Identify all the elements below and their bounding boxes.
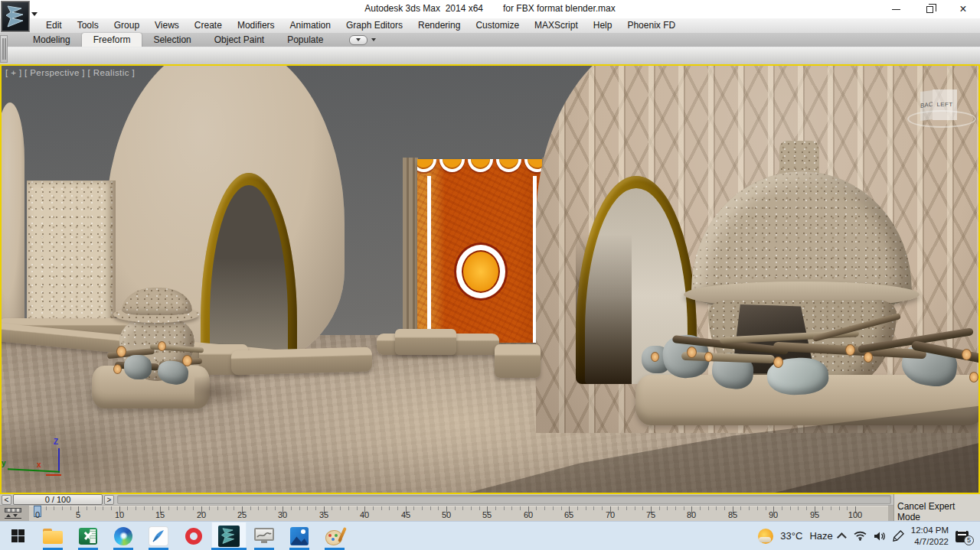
menu-maxscript[interactable]: MAXScript	[527, 18, 586, 33]
close-button[interactable]: ×	[946, 0, 980, 18]
start-button[interactable]	[0, 522, 35, 550]
scene-log-end	[864, 352, 873, 363]
scene-log-end	[182, 355, 192, 366]
taskbar-app-paint-3d[interactable]	[317, 522, 352, 550]
timeline-ruler[interactable]: 0 5 10 15 20 25 30 35 40 45 50 55 60 65 …	[29, 506, 888, 521]
tick-label: 80	[687, 510, 696, 519]
show-hidden-icons-chevron[interactable]	[837, 532, 847, 542]
minimize-button[interactable]	[879, 0, 913, 18]
scene-orange-door	[417, 159, 544, 343]
menu-views[interactable]: Views	[147, 18, 187, 33]
scene-stone-block	[27, 181, 116, 338]
menu-create[interactable]: Create	[187, 18, 230, 33]
excel-icon	[79, 528, 97, 545]
track-bar: 0 5 10 15 20 25 30 35 40 45 50 55 60 65 …	[0, 506, 893, 521]
file-explorer-icon	[43, 529, 63, 544]
taskbar-clock[interactable]: 12:04 PM 4/7/2022	[911, 525, 949, 547]
restore-icon	[926, 6, 933, 13]
bottom-bar: < 0 / 100 > 0 5 10 15 20 25 30 3	[0, 494, 980, 521]
ribbon-tab-populate[interactable]: Populate	[276, 33, 335, 47]
tick-label: 10	[115, 510, 124, 519]
previous-frame-button[interactable]: <	[2, 495, 11, 505]
taskbar-app-excel[interactable]	[70, 522, 106, 550]
title-bar: Autodesk 3ds Max 2014 x64for FBX format …	[0, 0, 980, 18]
tick-label: 30	[278, 510, 287, 519]
app-menu-button[interactable]	[1, 1, 30, 32]
3ds-max-taskbar-icon	[218, 526, 240, 547]
taskbar-app-opera[interactable]	[176, 522, 211, 550]
clock-date: 4/7/2022	[911, 536, 949, 547]
maximize-button[interactable]	[913, 0, 946, 18]
speaker-icon[interactable]	[874, 531, 886, 542]
menu-phoenix-fd[interactable]: Phoenix FD	[619, 18, 683, 33]
ribbon-tab-object-paint[interactable]: Object Paint	[203, 33, 276, 47]
ribbon-drag-handle[interactable]	[0, 35, 8, 63]
time-slider-handle[interactable]: 0 / 100	[13, 494, 103, 505]
world-axis-gizmo: Z y x	[2, 439, 72, 483]
windows-start-icon	[11, 529, 24, 542]
app-menu-dropdown-icon[interactable]	[31, 12, 38, 16]
scene-log-end	[704, 352, 713, 362]
ribbon-tab-freeform[interactable]: Freeform	[82, 33, 142, 47]
ribbon-options-dropdown-icon[interactable]	[371, 38, 376, 41]
mini-curve-editor-icon[interactable]	[5, 508, 22, 519]
tick-label: 20	[197, 510, 206, 519]
tick-label: 5	[76, 510, 80, 519]
scene-hut-left-edge	[2, 103, 24, 332]
edge-browser-icon	[114, 527, 132, 545]
tick-label: 55	[482, 510, 492, 519]
taskbar-app-3ds-max[interactable]	[211, 522, 247, 550]
axis-y-label: y	[2, 459, 6, 467]
tick-label: 40	[360, 510, 369, 519]
3ds-max-window: Autodesk 3ds Max 2014 x64for FBX format …	[0, 0, 980, 550]
weather-condition[interactable]: Haze	[809, 530, 832, 542]
taskbar-app-screen-capture[interactable]	[247, 522, 282, 550]
pen-icon[interactable]	[893, 530, 904, 542]
scene-log-end	[158, 341, 166, 351]
menu-bar: Edit Tools Group Views Create Modifiers …	[0, 18, 980, 33]
scene-log-end	[969, 372, 978, 382]
menu-tools[interactable]: Tools	[70, 18, 106, 33]
taskbar-app-photos[interactable]	[282, 522, 317, 550]
taskbar-app-edge[interactable]	[106, 522, 141, 550]
time-slider-track[interactable]	[117, 495, 891, 504]
weather-icon[interactable]	[758, 529, 773, 544]
ribbon-tab-selection[interactable]: Selection	[142, 33, 202, 47]
photos-app-icon	[290, 527, 309, 545]
scene-low-wall	[495, 344, 541, 378]
file-title: for FBX format blender.max	[503, 3, 616, 14]
axis-x-label: x	[37, 461, 41, 469]
menu-edit[interactable]: Edit	[38, 18, 70, 33]
menu-customize[interactable]: Customize	[468, 18, 527, 33]
menu-graph-editors[interactable]: Graph Editors	[338, 18, 410, 33]
viewcube-face-left[interactable]: LEFT	[933, 89, 957, 120]
3ds-max-logo-icon	[5, 5, 28, 29]
taskbar-app-file-explorer[interactable]	[35, 522, 70, 550]
menu-group[interactable]: Group	[106, 18, 147, 33]
menu-animation[interactable]: Animation	[283, 18, 338, 33]
menu-help[interactable]: Help	[586, 18, 620, 33]
wifi-icon[interactable]	[854, 531, 867, 541]
viewcube[interactable]: BACK LEFT	[920, 89, 965, 124]
weather-temperature[interactable]: 33°C	[780, 530, 802, 542]
opera-browser-icon	[185, 528, 202, 545]
taskbar-app-quill-notes[interactable]	[141, 522, 176, 550]
ribbon-minimize-button[interactable]	[349, 35, 368, 45]
scene-door-scallops	[417, 159, 544, 177]
tick-label: 45	[401, 510, 410, 519]
ribbon-collapsed-strip	[0, 47, 980, 64]
viewcube-face-back[interactable]: BACK	[920, 90, 933, 121]
viewport-label[interactable]: [ + ] [ Perspective ] [ Realistic ]	[5, 68, 135, 77]
perspective-viewport[interactable]: [ + ] [ Perspective ] [ Realistic ] BACK…	[0, 64, 980, 494]
scene-platform-left-shadow	[194, 375, 256, 408]
notification-count-badge: 5	[964, 535, 974, 545]
scene-door-emblem	[456, 245, 505, 298]
expert-mode-panel: Cancel Expert Mode	[893, 494, 980, 521]
ribbon-tab-modeling[interactable]: Modeling	[21, 33, 82, 47]
notification-center-button[interactable]: 5	[956, 529, 974, 544]
tick-label: 75	[646, 510, 655, 519]
menu-rendering[interactable]: Rendering	[410, 18, 468, 33]
next-frame-button[interactable]: >	[104, 495, 114, 505]
menu-modifiers[interactable]: Modifiers	[230, 18, 283, 33]
window-title: Autodesk 3ds Max 2014 x64for FBX format …	[0, 3, 980, 14]
